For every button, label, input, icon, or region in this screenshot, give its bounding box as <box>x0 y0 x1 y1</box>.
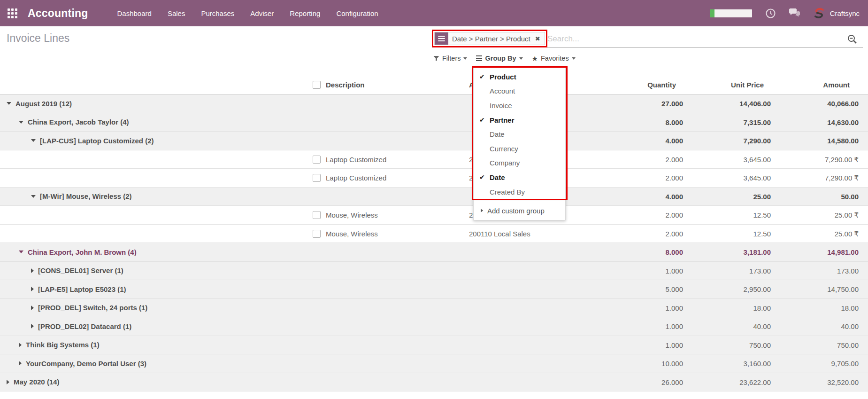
unit-price-cell: 23,622.00 <box>696 373 771 392</box>
search-filter-buttons: Filters Group By ★ Favorites <box>433 52 576 64</box>
groupby-option-created-by[interactable]: ✔Created By <box>474 185 565 199</box>
column-header-unit-price[interactable]: Unit Price <box>693 76 764 94</box>
table-row[interactable]: Laptop Customized 200110 Local Sales 2.0… <box>0 150 868 169</box>
chevron-right-icon <box>481 209 483 212</box>
quantity-cell: 2.000 <box>608 206 683 225</box>
table-row[interactable]: Mouse, Wireless 200110 Local Sales 2.000… <box>0 206 868 225</box>
table-row[interactable]: Laptop Customized 200110 Local Sales 2.0… <box>0 169 868 188</box>
group-row[interactable]: China Export, John M. Brown (4) 8.000 3,… <box>0 243 868 262</box>
add-custom-group-item[interactable]: Add custom group <box>474 201 565 220</box>
page-title: Invoice Lines <box>7 32 69 45</box>
search-input[interactable] <box>547 31 829 47</box>
unit-price-cell: 18.00 <box>696 299 771 318</box>
group-row[interactable]: May 2020 (14) 26.000 23,622.00 32,520.00 <box>0 373 868 392</box>
group-label: [PROD_DEL] Switch, 24 ports (1) <box>0 299 147 317</box>
groupby-option-date[interactable]: ✔Date <box>474 127 565 141</box>
row-checkbox[interactable] <box>313 156 321 164</box>
group-row[interactable]: [LAP-E5] Laptop E5023 (1) 5.000 2,950.00… <box>0 280 868 299</box>
groupby-option-company[interactable]: ✔Company <box>474 156 565 171</box>
group-row[interactable]: [CONS_DEL01] Server (1) 1.000 173.00 173… <box>0 262 868 281</box>
unit-price-cell: 2,950.00 <box>696 280 771 299</box>
amount-cell: 7,290.00 ₹ <box>769 169 859 188</box>
groupby-option-product[interactable]: ✔Product <box>474 70 565 84</box>
group-label: [PROD_DEL02] Datacard (1) <box>0 317 131 336</box>
check-icon: ✔ <box>479 173 490 181</box>
amount-cell: 9,705.00 <box>769 354 859 373</box>
amount-cell: 25.00 ₹ <box>769 225 859 243</box>
unit-price-cell: 173.00 <box>696 262 771 281</box>
select-all-checkbox[interactable] <box>313 81 321 89</box>
unit-price-cell: 12.50 <box>696 225 771 243</box>
column-header-description[interactable]: Description <box>326 76 365 94</box>
groupby-facet-icon <box>435 32 448 45</box>
group-label: [LAP-E5] Laptop E5023 (1) <box>0 280 126 298</box>
trial-progress-bar[interactable] <box>710 9 752 17</box>
facet-remove-icon[interactable]: ✖ <box>534 32 545 45</box>
nav-item-reporting[interactable]: Reporting <box>290 9 320 17</box>
user-menu[interactable]: Craftsync <box>830 9 860 17</box>
unit-price-cell: 25.00 <box>696 188 771 206</box>
column-header-amount[interactable]: Amount <box>779 76 850 94</box>
groupby-option-partner[interactable]: ✔Partner <box>474 113 565 127</box>
group-toggle-caret-icon <box>7 102 11 105</box>
favorites-button[interactable]: ★ Favorites <box>532 55 576 62</box>
nav-item-dashboard[interactable]: Dashboard <box>117 9 152 17</box>
chevron-down-icon <box>572 57 576 60</box>
group-row[interactable]: Think Big Systems (1) 1.000 750.00 750.0… <box>0 336 868 355</box>
group-label: China Export, John M. Brown (4) <box>0 243 137 261</box>
amount-cell: 7,290.00 ₹ <box>769 150 859 169</box>
group-label: [M-Wir] Mouse, Wireless (2) <box>0 188 132 206</box>
amount-cell: 50.00 <box>769 188 859 206</box>
groupby-option-invoice[interactable]: ✔Invoice <box>474 98 565 113</box>
account-cell: 200110 Local Sales <box>469 225 530 243</box>
quantity-cell: 5.000 <box>608 280 683 299</box>
group-row[interactable]: August 2019 (12) 27.000 14,406.00 40,066… <box>0 94 868 113</box>
filters-button[interactable]: Filters <box>433 55 467 62</box>
search-minus-icon[interactable] <box>847 34 858 47</box>
nav-item-purchases[interactable]: Purchases <box>201 9 234 17</box>
quantity-cell: 10.000 <box>608 354 683 373</box>
groupby-option-account[interactable]: ✔Account <box>474 84 565 99</box>
unit-price-cell: 3,645.00 <box>696 169 771 188</box>
unit-price-cell: 7,290.00 <box>696 132 771 150</box>
group-row[interactable]: [LAP-CUS] Laptop Customized (2) 4.000 7,… <box>0 132 868 150</box>
quantity-cell: 8.000 <box>608 113 683 132</box>
group-row[interactable]: YourCompany, Demo Portal User (3) 10.000… <box>0 354 868 373</box>
nav-item-adviser[interactable]: Adviser <box>250 9 274 17</box>
nav-item-sales[interactable]: Sales <box>168 9 185 17</box>
row-checkbox[interactable] <box>313 230 321 238</box>
description-cell: Mouse, Wireless <box>326 225 378 243</box>
amount-cell: 14,981.00 <box>769 243 859 262</box>
group-label: May 2020 (14) <box>0 373 60 391</box>
activities-clock-icon[interactable] <box>765 8 776 19</box>
messages-chat-icon[interactable] <box>788 8 801 18</box>
group-row[interactable]: [M-Wir] Mouse, Wireless (2) 4.000 25.00 … <box>0 188 868 206</box>
quantity-cell: 2.000 <box>608 225 683 243</box>
unit-price-cell: 3,181.00 <box>696 243 771 262</box>
search-facet: Date > Partner > Product ✖ <box>434 32 545 45</box>
nav-item-configuration[interactable]: Configuration <box>336 9 378 17</box>
group-toggle-caret-icon <box>31 287 34 291</box>
group-row[interactable]: [PROD_DEL02] Datacard (1) 1.000 40.00 40… <box>0 317 868 336</box>
groupby-option-currency[interactable]: ✔Currency <box>474 141 565 156</box>
group-row[interactable]: China Export, Jacob Taylor (4) 8.000 7,3… <box>0 113 868 132</box>
groupby-option-date[interactable]: ✔Date <box>474 170 565 185</box>
table-row[interactable]: Mouse, Wireless 200110 Local Sales 2.000… <box>0 225 868 243</box>
progress-fill <box>710 9 715 17</box>
column-header-quantity[interactable]: Quantity <box>606 76 676 94</box>
quantity-cell: 1.000 <box>608 317 683 336</box>
row-checkbox[interactable] <box>313 174 321 182</box>
top-navbar: Accounting DashboardSalesPurchasesAdvise… <box>0 0 868 26</box>
group-by-button[interactable]: Group By <box>476 55 522 62</box>
description-cell: Laptop Customized <box>326 150 386 169</box>
group-toggle-caret-icon <box>7 380 9 384</box>
apps-grid-icon[interactable] <box>8 8 17 18</box>
unit-price-cell: 750.00 <box>696 336 771 355</box>
amount-cell: 25.00 ₹ <box>769 206 859 225</box>
amount-cell: 14,580.00 <box>769 132 859 150</box>
row-checkbox[interactable] <box>313 211 321 219</box>
group-toggle-caret-icon <box>19 361 22 366</box>
filter-funnel-icon <box>433 55 439 62</box>
group-row[interactable]: [PROD_DEL] Switch, 24 ports (1) 1.000 18… <box>0 299 868 318</box>
user-avatar[interactable] <box>813 7 826 20</box>
